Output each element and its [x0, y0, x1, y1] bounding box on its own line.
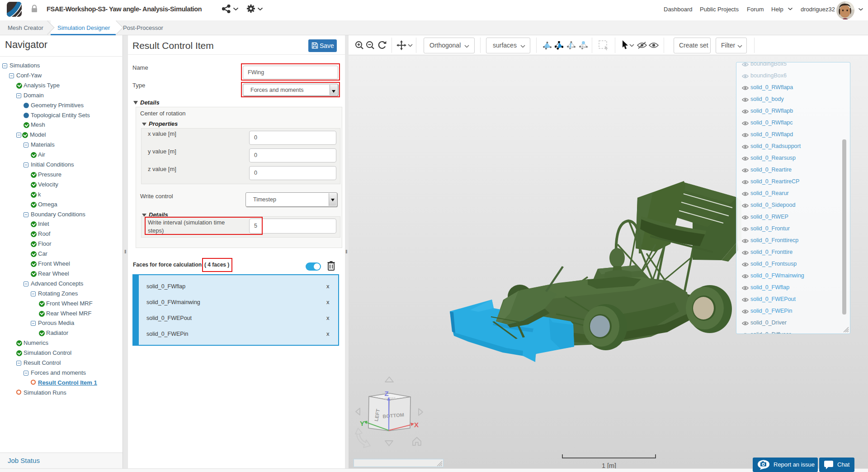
svg-text:X: X	[414, 421, 419, 429]
svg-text:Y: Y	[360, 420, 364, 427]
svg-text:Z: Z	[384, 390, 388, 397]
svg-text:1 [m]: 1 [m]	[602, 462, 616, 468]
